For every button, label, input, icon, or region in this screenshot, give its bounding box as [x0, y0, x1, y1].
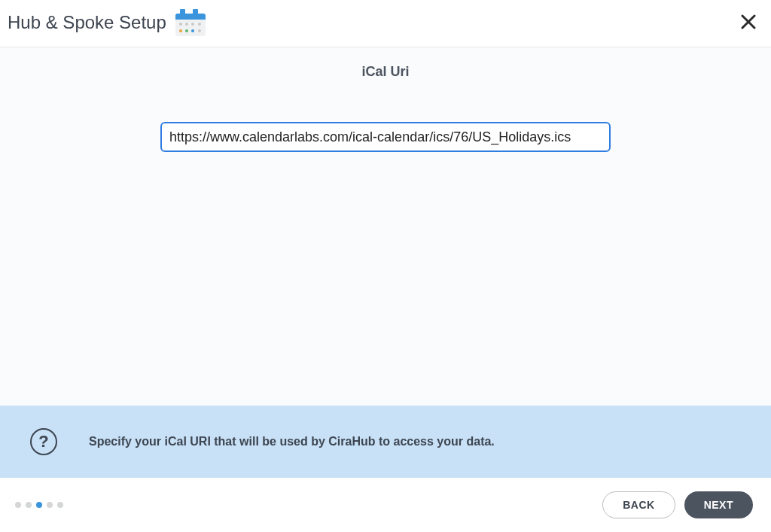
next-button[interactable]: NEXT — [684, 491, 753, 518]
progress-indicator — [15, 502, 63, 508]
back-button[interactable]: BACK — [602, 491, 675, 518]
progress-dot — [47, 502, 53, 508]
section-title: iCal Uri — [361, 64, 409, 80]
close-icon[interactable] — [738, 10, 759, 35]
info-bar: ? Specify your iCal URI that will be use… — [0, 406, 771, 478]
uri-input-wrap — [160, 122, 611, 152]
info-text: Specify your iCal URI that will be used … — [89, 435, 495, 448]
dialog-title: Hub & Spoke Setup — [8, 12, 166, 33]
progress-dot-active — [36, 502, 42, 508]
progress-dot — [15, 502, 21, 508]
main-content: iCal Uri — [0, 47, 771, 406]
ical-uri-input[interactable] — [160, 122, 611, 152]
calendar-icon — [175, 9, 206, 36]
header-left: Hub & Spoke Setup — [8, 9, 206, 36]
dialog-footer: BACK NEXT — [0, 478, 771, 532]
footer-buttons: BACK NEXT — [602, 491, 753, 518]
progress-dot — [26, 502, 32, 508]
dialog-header: Hub & Spoke Setup — [0, 0, 771, 47]
help-icon[interactable]: ? — [30, 428, 57, 455]
progress-dot — [57, 502, 63, 508]
